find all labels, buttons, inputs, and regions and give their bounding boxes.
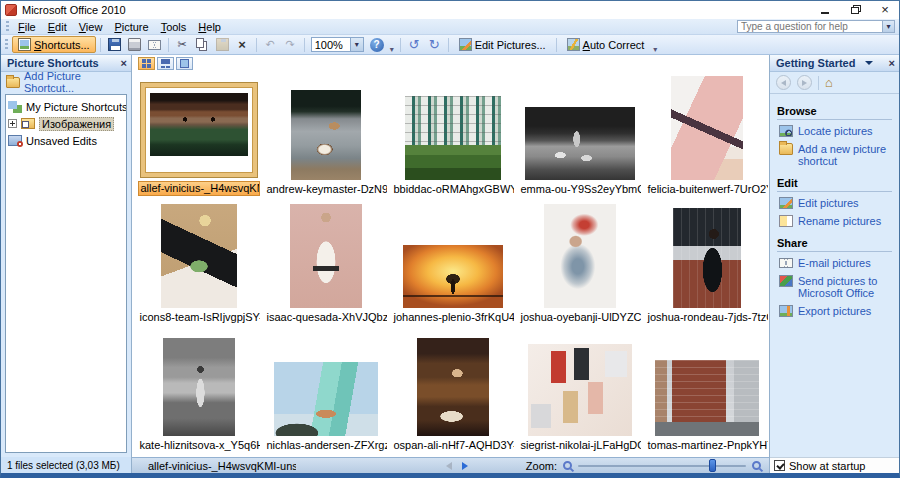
zoom-combobox[interactable]: 100% ▾ — [311, 37, 364, 52]
tree-item-unsaved-edits[interactable]: Unsaved Edits — [6, 132, 126, 149]
minimize-button[interactable] — [817, 4, 833, 16]
separator — [256, 38, 257, 52]
menu-tools[interactable]: Tools — [155, 20, 193, 34]
section-title: Edit — [777, 177, 892, 192]
thumbnail-cell[interactable]: emma-ou-Y9Ss2eyYbmQ-unsplash — [516, 70, 643, 198]
app-icon — [5, 4, 17, 16]
link-email[interactable]: E-mail pictures — [777, 254, 892, 272]
toolbar-grip[interactable] — [5, 39, 8, 50]
content-area: allef-vinicius-_H4wsvqKMI-unspl...andrew… — [132, 55, 769, 473]
tree-item-my-picture-shortcuts[interactable]: My Picture Shortcuts — [6, 98, 126, 115]
question-input[interactable] — [738, 21, 882, 32]
thumbnail-label: andrew-keymaster-DzN9jwiDZPg... — [265, 183, 387, 196]
link-editpic2[interactable]: Edit pictures — [777, 194, 892, 212]
zoom-slider[interactable] — [578, 459, 746, 472]
pane-dropdown-icon[interactable] — [865, 61, 873, 69]
thumbnail-cell[interactable]: tomas-martinez-PnpkYHTB6Ow-u... — [643, 326, 769, 454]
expander-icon[interactable] — [8, 119, 17, 128]
link-locate[interactable]: Locate pictures — [777, 122, 892, 140]
thumbnail-cell[interactable]: kate-hliznitsova-x_Y5q6HXOzw-... — [135, 326, 262, 454]
thumbnail-cell[interactable]: joshua-oyebanji-UlDYZCvVSIA-u... — [516, 198, 643, 326]
forward-button[interactable] — [797, 75, 812, 90]
menubar: FileEditViewPictureToolsHelp ▾ — [1, 19, 899, 35]
print-icon — [128, 38, 141, 51]
zoom-slider-thumb[interactable] — [709, 459, 716, 472]
thumbnail-cell[interactable]: andrew-keymaster-DzN9jwiDZPg... — [262, 70, 389, 198]
zoom-dropdown-icon[interactable]: ▾ — [351, 37, 364, 52]
thumbnail-view-button[interactable] — [138, 57, 155, 70]
toolbar-overflow-icon[interactable]: ▾ — [651, 45, 659, 54]
single-picture-view-button[interactable] — [176, 57, 193, 70]
right-pane-close-icon[interactable]: × — [889, 57, 895, 69]
question-dropdown-icon[interactable]: ▾ — [882, 21, 894, 32]
main-area: Picture Shortcuts × Add Picture Shortcut… — [1, 55, 899, 473]
right-column: Getting Started × ⌂ BrowseLocate picture… — [769, 55, 899, 473]
tree-item-folder[interactable]: Изображения — [6, 115, 126, 132]
thumbnail-view-icon — [142, 59, 151, 68]
tree-item-label: Unsaved Edits — [26, 135, 97, 147]
link-export[interactable]: Export pictures — [777, 302, 892, 320]
thumbnail-label: tomas-martinez-PnpkYHTB6Ow-u... — [646, 439, 768, 452]
zoom-out-icon[interactable] — [563, 461, 572, 470]
menu-items: FileEditViewPictureToolsHelp — [12, 20, 227, 34]
menu-picture[interactable]: Picture — [108, 20, 154, 34]
auto-correct-button[interactable]: Auto Correct — [561, 36, 651, 53]
auto-correct-label: Auto Correct — [583, 39, 645, 51]
zoom-value[interactable]: 100% — [311, 37, 351, 52]
mail-button[interactable] — [145, 36, 164, 53]
menu-view[interactable]: View — [73, 20, 109, 34]
menu-edit[interactable]: Edit — [42, 20, 73, 34]
thumbnail-cell[interactable]: nichlas-andersen-ZFXrgzHu1KU-... — [262, 326, 389, 454]
edit-pictures-button[interactable]: Edit Pictures... — [453, 36, 552, 53]
close-button[interactable]: × — [877, 4, 893, 16]
back-button[interactable] — [776, 75, 791, 90]
thumbnail-cell[interactable]: icons8-team-IsRIjvgpjSY-unsplash — [135, 198, 262, 326]
thumbnail-label: nichlas-andersen-ZFXrgzHu1KU-... — [265, 439, 387, 452]
toolbar-overflow-icon[interactable]: ▾ — [388, 45, 396, 54]
link-addfolder[interactable]: Add a new picture shortcut — [777, 140, 892, 170]
link-rename[interactable]: Rename pictures — [777, 212, 892, 230]
section-title: Browse — [777, 105, 892, 120]
next-picture-icon[interactable] — [462, 462, 468, 470]
home-button[interactable]: ⌂ — [825, 76, 833, 90]
menubar-grip[interactable] — [6, 21, 9, 32]
add-picture-shortcut-link[interactable]: Add Picture Shortcut... — [1, 72, 131, 92]
thumbnail-cell[interactable]: isaac-quesada-XhVJQbzYTt8-uns... — [262, 198, 389, 326]
filmstrip-view-button[interactable] — [157, 57, 174, 70]
rotate-right-button[interactable]: ↻ — [425, 36, 444, 53]
minimize-icon — [821, 12, 829, 14]
delete-button[interactable]: × — [233, 36, 252, 53]
thumbnail-cell[interactable]: siegrist-nikolai-jLFaHgDOYg-uns... — [516, 326, 643, 454]
task-sections: BrowseLocate picturesAdd a new picture s… — [770, 94, 899, 324]
thumbnail-cell[interactable]: joshua-rondeau-7jds-7tzGeg-un... — [643, 198, 769, 326]
thumbnail-cell[interactable]: ospan-ali-nHf7-AQHD3Y-unsplash — [389, 326, 516, 454]
mail-icon — [148, 40, 161, 50]
thumbnail-label: felicia-buitenwerf-7UrO2YhoxZA... — [646, 183, 768, 196]
copy-button[interactable] — [193, 36, 212, 53]
left-pane-close-icon[interactable]: × — [121, 57, 127, 69]
undo-button[interactable]: ↶ — [261, 36, 280, 53]
save-button[interactable] — [105, 36, 124, 53]
shortcuts-button[interactable]: Shortcuts... — [12, 36, 96, 53]
question-box[interactable]: ▾ — [737, 20, 895, 33]
thumbnail-cell[interactable]: bbiddac-oRMAhgxGBWY-unsplash — [389, 70, 516, 198]
photo-allef — [150, 93, 248, 156]
zoom-in-icon[interactable] — [752, 461, 761, 470]
rotate-left-button[interactable]: ↺ — [405, 36, 424, 53]
print-button[interactable] — [125, 36, 144, 53]
restore-button[interactable] — [847, 4, 863, 16]
show-at-startup-checkbox[interactable] — [774, 460, 785, 471]
paste-button[interactable] — [213, 36, 232, 53]
cut-button[interactable]: ✂ — [173, 36, 192, 53]
previous-picture-icon[interactable] — [446, 462, 452, 470]
thumbnail-cell[interactable]: felicia-buitenwerf-7UrO2YhoxZA... — [643, 70, 769, 198]
thumbnail-cell[interactable]: johannes-plenio-3frKqU4EaEY-u... — [389, 198, 516, 326]
thumbnail-label: allef-vinicius-_H4wsvqKMI-unspl... — [138, 181, 260, 196]
link-sendoffice[interactable]: Send pictures to Microsoft Office — [777, 272, 892, 302]
menu-help[interactable]: Help — [192, 20, 227, 34]
thumbnail-label: ospan-ali-nHf7-AQHD3Y-unsplash — [392, 439, 514, 452]
redo-button[interactable]: ↷ — [281, 36, 300, 53]
menu-file[interactable]: File — [12, 20, 42, 34]
thumbnail-cell[interactable]: allef-vinicius-_H4wsvqKMI-unspl... — [135, 70, 262, 198]
help-button[interactable]: ? — [367, 36, 387, 53]
